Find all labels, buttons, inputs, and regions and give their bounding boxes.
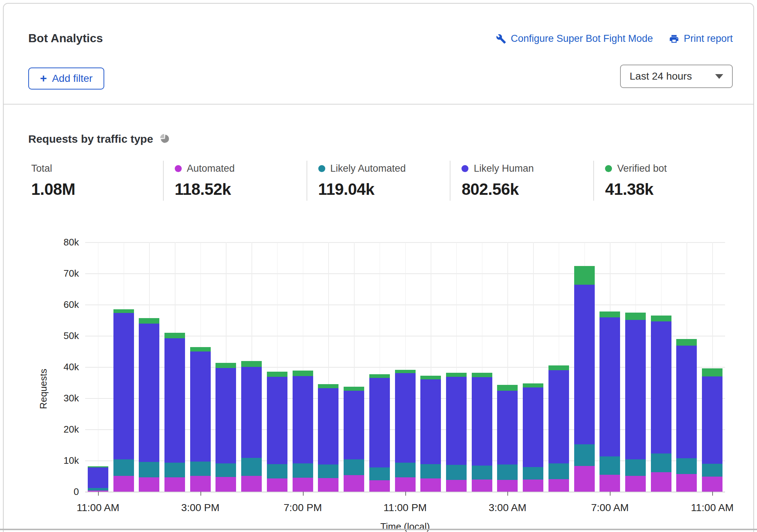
- bar-segment-likely-automated[interactable]: [702, 464, 722, 477]
- bar-segment-automated[interactable]: [113, 476, 134, 492]
- bar-segment-likely-human[interactable]: [523, 387, 543, 467]
- bar-segment-likely-human[interactable]: [651, 321, 671, 453]
- stacked-bar[interactable]: [497, 385, 518, 492]
- bar-segment-verified-bot[interactable]: [369, 374, 390, 378]
- bar-segment-automated[interactable]: [472, 480, 492, 492]
- bar-segment-likely-automated[interactable]: [420, 464, 441, 478]
- bar-segment-automated[interactable]: [574, 466, 595, 492]
- bar-segment-likely-human[interactable]: [164, 338, 185, 463]
- bar-segment-verified-bot[interactable]: [548, 365, 569, 370]
- bar-segment-verified-bot[interactable]: [702, 368, 722, 376]
- bar-segment-likely-human[interactable]: [574, 285, 595, 444]
- bar-segment-likely-automated[interactable]: [497, 464, 518, 480]
- bar-segment-automated[interactable]: [344, 475, 364, 492]
- bar-segment-verified-bot[interactable]: [574, 266, 595, 285]
- bar-segment-automated[interactable]: [215, 477, 236, 492]
- stacked-bar[interactable]: [318, 384, 338, 492]
- bar-segment-likely-automated[interactable]: [676, 458, 697, 474]
- bar-segment-likely-human[interactable]: [395, 373, 416, 463]
- bar-segment-likely-automated[interactable]: [625, 459, 646, 476]
- stacked-bar[interactable]: [369, 374, 390, 492]
- stacked-bar[interactable]: [446, 373, 467, 492]
- bar-segment-automated[interactable]: [190, 476, 211, 492]
- bar-segment-likely-human[interactable]: [113, 313, 134, 460]
- bar-segment-automated[interactable]: [600, 475, 620, 492]
- bar-segment-verified-bot[interactable]: [164, 333, 185, 338]
- stacked-bar[interactable]: [241, 361, 262, 492]
- stacked-bar[interactable]: [676, 339, 697, 492]
- bar-segment-verified-bot[interactable]: [472, 373, 492, 377]
- bar-segment-likely-human[interactable]: [318, 388, 338, 464]
- stacked-bar[interactable]: [344, 387, 364, 492]
- stacked-bar[interactable]: [88, 466, 108, 492]
- bar-segment-likely-automated[interactable]: [215, 463, 236, 477]
- bar-segment-verified-bot[interactable]: [651, 316, 671, 321]
- stacked-bar[interactable]: [395, 370, 416, 492]
- bar-segment-likely-automated[interactable]: [600, 456, 620, 475]
- bar-segment-likely-human[interactable]: [420, 379, 441, 464]
- bar-segment-verified-bot[interactable]: [139, 318, 159, 323]
- stacked-bar[interactable]: [164, 333, 185, 492]
- bar-segment-verified-bot[interactable]: [420, 376, 441, 379]
- bar-segment-likely-automated[interactable]: [88, 488, 108, 491]
- stacked-bar[interactable]: [139, 318, 159, 492]
- bar-segment-verified-bot[interactable]: [267, 372, 287, 377]
- bar-segment-verified-bot[interactable]: [113, 309, 134, 313]
- bar-segment-likely-human[interactable]: [190, 351, 211, 462]
- bar-segment-likely-human[interactable]: [215, 368, 236, 463]
- bar-segment-likely-human[interactable]: [241, 367, 262, 458]
- stacked-bar[interactable]: [625, 313, 646, 492]
- bar-segment-automated[interactable]: [318, 478, 338, 492]
- bar-segment-verified-bot[interactable]: [293, 371, 313, 376]
- bar-segment-automated[interactable]: [395, 477, 416, 492]
- bar-segment-verified-bot[interactable]: [215, 363, 236, 368]
- stacked-bar[interactable]: [293, 371, 313, 492]
- bar-segment-automated[interactable]: [523, 480, 543, 492]
- bar-segment-likely-automated[interactable]: [472, 466, 492, 479]
- bar-segment-likely-human[interactable]: [472, 377, 492, 466]
- stacked-bar[interactable]: [574, 266, 595, 492]
- bar-segment-verified-bot[interactable]: [395, 370, 416, 373]
- bar-segment-likely-automated[interactable]: [139, 462, 159, 477]
- bar-segment-likely-human[interactable]: [676, 346, 697, 458]
- bar-segment-verified-bot[interactable]: [600, 311, 620, 317]
- bar-segment-likely-automated[interactable]: [164, 463, 185, 477]
- bar-segment-likely-human[interactable]: [446, 377, 467, 465]
- bar-segment-likely-automated[interactable]: [344, 459, 364, 475]
- bar-segment-likely-automated[interactable]: [369, 467, 390, 480]
- bar-segment-automated[interactable]: [139, 477, 159, 492]
- bar-segment-likely-automated[interactable]: [446, 465, 467, 480]
- bar-segment-automated[interactable]: [293, 478, 313, 492]
- bar-segment-verified-bot[interactable]: [344, 387, 364, 390]
- stacked-bar[interactable]: [113, 309, 134, 492]
- bar-segment-likely-automated[interactable]: [395, 463, 416, 477]
- bar-segment-likely-human[interactable]: [267, 377, 287, 464]
- bar-segment-automated[interactable]: [420, 478, 441, 492]
- bar-segment-likely-human[interactable]: [369, 378, 390, 467]
- bar-segment-verified-bot[interactable]: [523, 383, 543, 387]
- bar-segment-verified-bot[interactable]: [676, 339, 697, 346]
- stacked-bar[interactable]: [702, 368, 722, 492]
- bar-segment-verified-bot[interactable]: [190, 347, 211, 352]
- bar-segment-automated[interactable]: [164, 477, 185, 492]
- bar-segment-automated[interactable]: [497, 480, 518, 492]
- bar-segment-likely-human[interactable]: [88, 467, 108, 488]
- bar-segment-likely-human[interactable]: [702, 376, 722, 464]
- bar-segment-likely-automated[interactable]: [574, 444, 595, 466]
- bar-segment-verified-bot[interactable]: [625, 313, 646, 320]
- bar-segment-likely-automated[interactable]: [523, 467, 543, 480]
- stacked-bar[interactable]: [472, 373, 492, 492]
- bar-segment-likely-human[interactable]: [600, 317, 620, 456]
- stacked-bar[interactable]: [215, 363, 236, 492]
- stacked-bar[interactable]: [420, 376, 441, 492]
- bar-segment-automated[interactable]: [446, 480, 467, 492]
- bar-segment-automated[interactable]: [369, 480, 390, 492]
- bar-segment-verified-bot[interactable]: [446, 373, 467, 377]
- stacked-bar[interactable]: [523, 383, 543, 492]
- bar-segment-likely-automated[interactable]: [651, 453, 671, 472]
- bar-segment-likely-human[interactable]: [548, 370, 569, 463]
- bar-segment-likely-human[interactable]: [497, 391, 518, 464]
- bar-segment-automated[interactable]: [702, 477, 722, 492]
- bar-segment-automated[interactable]: [676, 474, 697, 492]
- bar-segment-likely-automated[interactable]: [267, 464, 287, 478]
